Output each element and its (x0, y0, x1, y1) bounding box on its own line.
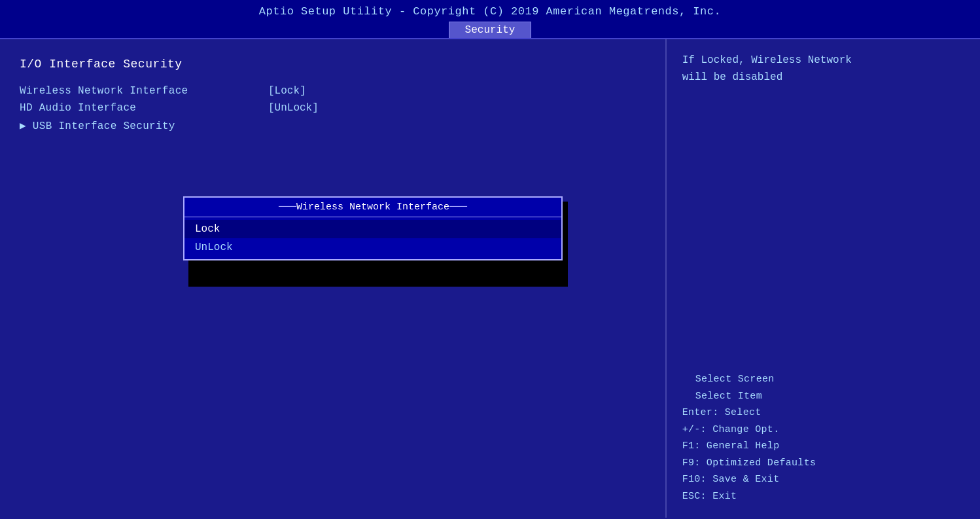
section-title: I/O Interface Security (20, 58, 646, 71)
hd-audio-value: [UnLock] (268, 102, 319, 114)
header-title: Aptio Setup Utility - Copyright (C) 2019… (0, 3, 980, 20)
key-help: Select Screen Select Item Enter: Select … (682, 371, 964, 505)
usb-interface-security-item[interactable]: USB Interface Security (20, 119, 646, 132)
popup-title: Wireless Network Interface (184, 198, 561, 217)
bios-header: Aptio Setup Utility - Copyright (C) 2019… (0, 0, 980, 39)
wireless-interface-popup[interactable]: Wireless Network Interface Lock UnLock (183, 196, 563, 260)
key-esc-exit: ESC: Exit (682, 488, 964, 505)
wireless-network-value: [Lock] (268, 85, 306, 97)
wireless-network-label: Wireless Network Interface (20, 85, 268, 97)
key-optimized-defaults: F9: Optimized Defaults (682, 455, 964, 472)
usb-interface-label: USB Interface Security (20, 119, 268, 132)
popup-option-unlock[interactable]: UnLock (184, 238, 561, 257)
key-general-help: F1: General Help (682, 438, 964, 455)
key-change-opt: +/-: Change Opt. (682, 421, 964, 438)
main-content: I/O Interface Security Wireless Network … (0, 39, 980, 518)
popup-option-lock[interactable]: Lock (184, 220, 561, 238)
key-enter-select: Enter: Select (682, 404, 964, 421)
left-panel: I/O Interface Security Wireless Network … (0, 39, 667, 518)
wireless-network-interface-item[interactable]: Wireless Network Interface [Lock] (20, 85, 646, 97)
hd-audio-interface-item[interactable]: HD Audio Interface [UnLock] (20, 102, 646, 114)
active-tab[interactable]: Security (449, 22, 532, 38)
key-select-screen: Select Screen (682, 371, 964, 388)
right-panel: If Locked, Wireless Networkwill be disab… (667, 39, 980, 518)
key-save-exit: F10: Save & Exit (682, 471, 964, 488)
popup-body: Lock UnLock (184, 217, 561, 259)
help-text: If Locked, Wireless Networkwill be disab… (682, 52, 964, 86)
popup-container: Wireless Network Interface Lock UnLock (183, 196, 563, 260)
hd-audio-label: HD Audio Interface (20, 102, 268, 114)
key-select-item: Select Item (682, 388, 964, 405)
